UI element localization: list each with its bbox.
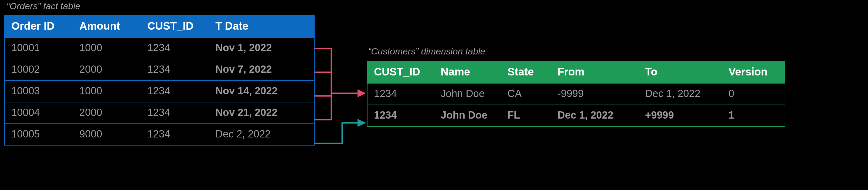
cell: Dec 2, 2022: [209, 124, 314, 145]
cell: Nov 21, 2022: [209, 102, 314, 124]
orders-header-amount: Amount: [73, 15, 141, 37]
cell: 2000: [73, 59, 141, 81]
customers-header-to: To: [639, 62, 722, 83]
customers-header-name: Name: [434, 62, 501, 83]
cell: Dec 1, 2022: [639, 83, 722, 105]
cell: Nov 1, 2022: [209, 37, 314, 59]
customers-caption: “Customers” dimension table: [368, 46, 486, 57]
cell: 1234: [141, 81, 209, 102]
orders-header-tdate: T Date: [209, 15, 314, 37]
cell: 1234: [368, 83, 434, 105]
customers-header-from: From: [551, 62, 639, 83]
orders-fact-table: Order ID Amount CUST_ID T Date 10001 100…: [4, 15, 315, 146]
cell: 9000: [73, 124, 141, 145]
table-row: 10004 2000 1234 Nov 21, 2022: [5, 102, 314, 124]
bracket-arrow-pink-icon: [315, 48, 365, 120]
cell: 1234: [368, 105, 434, 126]
cell: 10003: [5, 81, 73, 102]
customers-dimension-table: CUST_ID Name State From To Version 1234 …: [367, 61, 785, 127]
cell: 2000: [73, 102, 141, 124]
orders-caption: “Orders” fact table: [6, 1, 81, 12]
cell: -9999: [551, 83, 639, 105]
table-row: 1234 John Doe CA -9999 Dec 1, 2022 0: [368, 83, 785, 105]
cell: CA: [501, 83, 551, 105]
customers-header-custid: CUST_ID: [368, 62, 434, 83]
cell: 0: [722, 83, 785, 105]
cell: 10004: [5, 102, 73, 124]
cell: 1234: [141, 59, 209, 81]
cell: 1: [722, 105, 785, 126]
orders-header-custid: CUST_ID: [141, 15, 209, 37]
cell: 10005: [5, 124, 73, 145]
cell: FL: [501, 105, 551, 126]
customers-header-version: Version: [722, 62, 785, 83]
customers-header-state: State: [501, 62, 551, 83]
table-row: 10005 9000 1234 Dec 2, 2022: [5, 124, 314, 145]
cell: 1000: [73, 81, 141, 102]
cell: 10001: [5, 37, 73, 59]
elbow-arrow-teal-icon: [315, 123, 365, 143]
table-row: 1234 John Doe FL Dec 1, 2022 +9999 1: [368, 105, 785, 126]
cell: 1234: [141, 37, 209, 59]
table-row: 10001 1000 1234 Nov 1, 2022: [5, 37, 314, 59]
cell: 10002: [5, 59, 73, 81]
cell: Nov 7, 2022: [209, 59, 314, 81]
cell: John Doe: [434, 105, 501, 126]
cell: 1234: [141, 102, 209, 124]
table-row: 10002 2000 1234 Nov 7, 2022: [5, 59, 314, 81]
orders-header-orderid: Order ID: [5, 15, 73, 37]
cell: 1234: [141, 124, 209, 145]
cell: Dec 1, 2022: [551, 105, 639, 126]
cell: John Doe: [434, 83, 501, 105]
cell: +9999: [639, 105, 722, 126]
cell: Nov 14, 2022: [209, 81, 314, 102]
table-row: 10003 1000 1234 Nov 14, 2022: [5, 81, 314, 102]
cell: 1000: [73, 37, 141, 59]
